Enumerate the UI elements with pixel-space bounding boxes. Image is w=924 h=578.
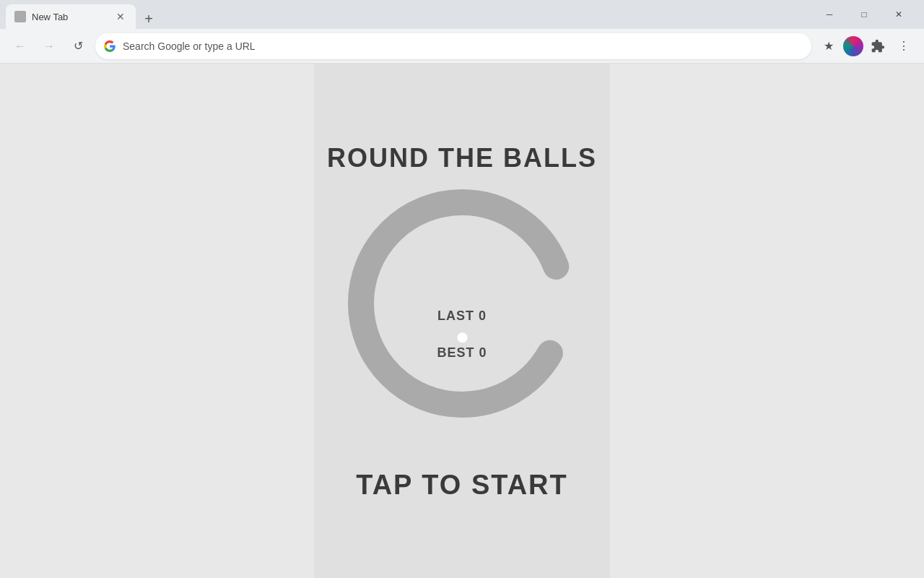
- new-tab-button[interactable]: +: [139, 9, 159, 29]
- back-button[interactable]: ←: [9, 35, 32, 58]
- bookmark-button[interactable]: ★: [817, 35, 840, 58]
- nav-actions: ★ ⋮: [817, 35, 915, 58]
- tab-strip: New Tab ✕ +: [6, 0, 813, 29]
- game-ring: [339, 181, 585, 426]
- svg-point-0: [361, 202, 563, 405]
- game-title: ROUND THE BALLS: [327, 143, 597, 173]
- ring-container: LAST 0 BEST 0: [339, 181, 585, 426]
- active-tab[interactable]: New Tab ✕: [6, 4, 136, 29]
- maximize-button[interactable]: □: [847, 3, 881, 26]
- forward-button[interactable]: →: [38, 35, 61, 58]
- last-score-label: LAST 0: [437, 309, 487, 324]
- address-bar[interactable]: Search Google or type a URL: [95, 33, 811, 59]
- extensions-button[interactable]: [866, 35, 889, 58]
- window-controls: ─ □ ✕: [813, 3, 918, 26]
- profile-button[interactable]: [843, 36, 863, 56]
- title-bar: New Tab ✕ + ─ □ ✕: [0, 0, 924, 29]
- address-text: Search Google or type a URL: [123, 40, 803, 52]
- puzzle-icon: [871, 39, 885, 53]
- browser-frame: New Tab ✕ + ─ □ ✕ ← → ↺ Search Google or…: [0, 0, 924, 578]
- navigation-bar: ← → ↺ Search Google or type a URL ★ ⋮: [0, 29, 924, 64]
- tap-to-start-label[interactable]: TAP TO START: [356, 470, 568, 501]
- google-logo-icon: [104, 40, 116, 52]
- game-container[interactable]: ROUND THE BALLS LAST 0 BEST 0 TAP TO STA…: [314, 64, 610, 578]
- tab-favicon: [14, 11, 26, 22]
- tab-title: New Tab: [32, 12, 108, 22]
- refresh-button[interactable]: ↺: [66, 35, 90, 58]
- tab-close-button[interactable]: ✕: [114, 10, 127, 23]
- small-ball: [457, 332, 467, 342]
- close-button[interactable]: ✕: [882, 3, 915, 26]
- menu-button[interactable]: ⋮: [892, 35, 915, 58]
- best-score-label: BEST 0: [437, 345, 487, 361]
- page-content: ROUND THE BALLS LAST 0 BEST 0 TAP TO STA…: [0, 64, 924, 578]
- scores-container: LAST 0 BEST 0: [437, 309, 487, 361]
- minimize-button[interactable]: ─: [813, 3, 846, 26]
